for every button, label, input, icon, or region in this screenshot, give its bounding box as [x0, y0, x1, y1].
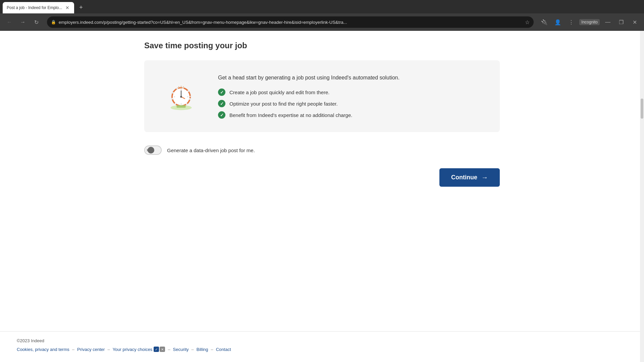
benefit-2-text: Optimize your post to find the right peo… — [229, 101, 338, 107]
feature-description: Get a head start by generating a job pos… — [218, 74, 480, 82]
arrow-right-icon: → — [481, 174, 488, 181]
clock-illustration — [164, 79, 198, 113]
page-title: Save time posting your job — [144, 41, 500, 50]
benefit-3-text: Benefit from Indeed's expertise at no ad… — [229, 112, 352, 118]
page-content: Save time posting your job — [0, 31, 644, 362]
separator-5: – — [211, 347, 213, 352]
tab-title: Post a job - Indeed for Emplo... — [7, 5, 62, 10]
main-content: Save time posting your job — [0, 31, 644, 331]
feature-card: Get a head start by generating a job pos… — [144, 60, 500, 132]
security-link[interactable]: Security — [173, 347, 189, 352]
browser-chrome: Post a job - Indeed for Emplo... ✕ + ← →… — [0, 0, 644, 31]
more-options-button[interactable]: ⋮ — [566, 17, 577, 27]
check-icon-3 — [218, 111, 225, 119]
restore-button[interactable]: ❐ — [616, 17, 627, 27]
your-privacy-choices-link[interactable]: Your privacy choices — [113, 347, 153, 352]
svg-rect-14 — [177, 105, 186, 108]
continue-button-label: Continue — [451, 174, 477, 181]
privacy-center-link[interactable]: Privacy center — [77, 347, 105, 352]
toggle-x-icon: ✕ — [146, 148, 149, 153]
privacy-choices-badge: ✓ ✕ — [154, 347, 165, 352]
benefit-1-text: Create a job post quickly and edit from … — [229, 89, 330, 95]
reload-button[interactable]: ↻ — [31, 17, 42, 27]
check-icon-2 — [218, 100, 225, 107]
feature-list-item: Optimize your post to find the right peo… — [218, 100, 480, 107]
billing-link[interactable]: Billing — [197, 347, 208, 352]
incognito-badge: Incognito — [579, 19, 600, 25]
new-tab-button[interactable]: + — [75, 2, 86, 13]
footer: ©2023 Indeed Cookies, privacy and terms … — [0, 331, 644, 362]
address-bar[interactable]: 🔒 employers.indeed.com/p/posting/getting… — [47, 16, 534, 28]
separator-2: – — [107, 347, 110, 352]
browser-nav: ← → ↻ 🔒 employers.indeed.com/p/posting/g… — [0, 13, 644, 31]
contact-link[interactable]: Contact — [216, 347, 231, 352]
browser-tabs: Post a job - Indeed for Emplo... ✕ + — [0, 0, 644, 13]
profile-button[interactable]: 👤 — [552, 17, 563, 27]
svg-point-10 — [180, 96, 182, 98]
continue-button[interactable]: Continue → — [439, 168, 500, 187]
feature-list-item: Create a job post quickly and edit from … — [218, 88, 480, 96]
privacy-check-icon: ✓ — [154, 347, 159, 352]
feature-list-item: Benefit from Indeed's expertise at no ad… — [218, 111, 480, 119]
back-button[interactable]: ← — [4, 17, 15, 27]
separator-4: – — [192, 347, 194, 352]
check-icon-1 — [218, 88, 225, 96]
clock-svg-icon — [166, 81, 196, 111]
footer-links: Cookies, privacy and terms – Privacy cen… — [17, 347, 627, 352]
scrollbar[interactable] — [640, 31, 644, 362]
url-text: employers.indeed.com/p/posting/getting-s… — [59, 20, 522, 25]
separator-1: – — [72, 347, 74, 352]
tab-close-button[interactable]: ✕ — [65, 5, 70, 10]
cookies-privacy-terms-link[interactable]: Cookies, privacy and terms — [17, 347, 69, 352]
bookmark-icon[interactable]: ☆ — [525, 19, 530, 25]
button-area: Continue → — [144, 168, 500, 187]
minimize-button[interactable]: — — [602, 17, 613, 27]
lock-icon: 🔒 — [51, 20, 56, 24]
forward-button[interactable]: → — [17, 17, 28, 27]
footer-copyright: ©2023 Indeed — [17, 338, 627, 343]
extensions-button[interactable]: 🔌 — [539, 17, 550, 27]
close-browser-button[interactable]: ✕ — [629, 17, 640, 27]
toggle-label: Generate a data-driven job post for me. — [167, 147, 255, 153]
feature-content: Get a head start by generating a job pos… — [218, 74, 480, 119]
generate-toggle[interactable]: ✕ — [144, 145, 162, 155]
toggle-section: ✕ Generate a data-driven job post for me… — [144, 145, 500, 155]
separator-3: – — [168, 347, 170, 352]
feature-list: Create a job post quickly and edit from … — [218, 88, 480, 119]
privacy-x-icon: ✕ — [160, 347, 165, 352]
scrollbar-thumb[interactable] — [641, 99, 643, 119]
active-tab[interactable]: Post a job - Indeed for Emplo... ✕ — [3, 2, 74, 13]
